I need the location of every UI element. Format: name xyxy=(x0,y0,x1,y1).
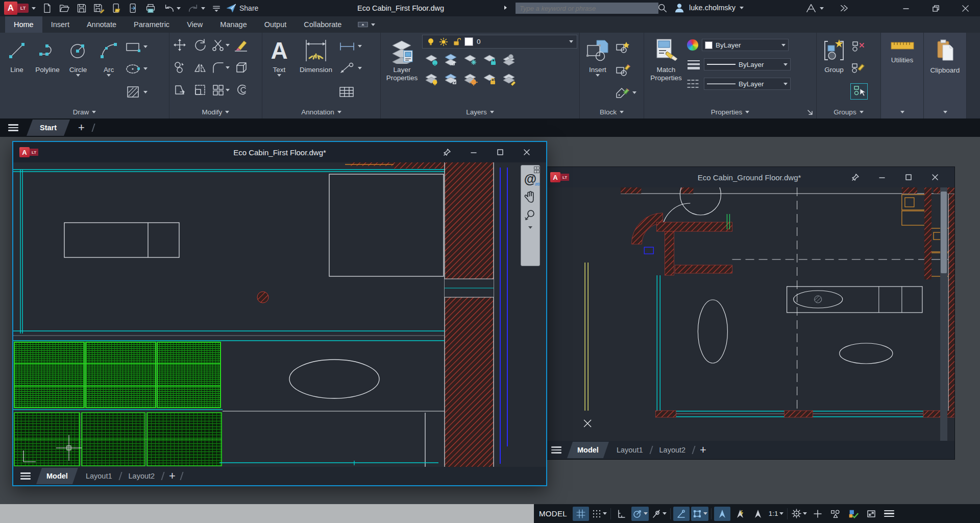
window1-tab-menu-button[interactable] xyxy=(20,472,31,480)
leader-button[interactable] xyxy=(338,62,362,75)
redo-dropdown-icon[interactable] xyxy=(201,7,205,10)
search-icon[interactable] xyxy=(657,3,668,13)
app-close-button[interactable] xyxy=(950,0,980,16)
window1-pin-button[interactable] xyxy=(434,142,460,162)
circle-dropdown-icon[interactable] xyxy=(76,74,80,77)
polyline-button[interactable]: Polyline xyxy=(33,35,62,105)
new-file-button[interactable] xyxy=(42,3,52,13)
modify-panel-label[interactable]: Modify xyxy=(169,105,262,118)
new-drawing-tab-button[interactable]: + xyxy=(78,122,85,133)
window1-canvas[interactable]: @2D xyxy=(13,162,546,467)
account-menu[interactable]: luke.cholmsky xyxy=(674,2,744,13)
mirror-button[interactable] xyxy=(193,61,207,74)
dim-linear-button[interactable] xyxy=(338,41,362,52)
tab-output[interactable]: Output xyxy=(256,16,296,33)
layer-properties-button[interactable]: Layer Properties xyxy=(383,35,421,105)
rectangle-button[interactable] xyxy=(125,41,148,53)
layers-panel-label[interactable]: Layers xyxy=(381,105,579,118)
lineweight-combo[interactable]: ByLayer xyxy=(704,58,791,70)
share-button[interactable]: Share xyxy=(226,3,258,13)
layer-previous-icon[interactable] xyxy=(463,73,478,86)
app-minimize-button[interactable] xyxy=(891,0,921,16)
workspace-switching-button[interactable] xyxy=(790,507,808,521)
file-tab-menu-button[interactable] xyxy=(8,124,18,131)
group-selection-toggle[interactable] xyxy=(850,83,868,100)
layer-lock-fade-icon[interactable] xyxy=(482,73,498,86)
snap-toggle[interactable] xyxy=(591,507,608,521)
block-panel-label[interactable]: Block xyxy=(580,105,644,118)
ellipse-dropdown-icon[interactable] xyxy=(143,67,148,70)
grid-toggle[interactable] xyxy=(573,507,589,521)
linetype-combo[interactable]: ByLayer xyxy=(704,78,791,90)
zoom-icon[interactable] xyxy=(524,209,536,221)
hatch-dropdown-icon[interactable] xyxy=(143,91,148,93)
ungroup-button[interactable] xyxy=(850,40,868,53)
copy-button[interactable] xyxy=(173,61,186,74)
hatch-button[interactable] xyxy=(125,85,148,99)
move-button[interactable] xyxy=(173,38,186,52)
groups-panel-label[interactable]: Groups xyxy=(817,105,880,118)
arc-button[interactable]: Arc xyxy=(94,35,124,105)
status-bar-menu-button[interactable] xyxy=(881,507,897,521)
save-as-button[interactable] xyxy=(93,3,105,13)
group-edit-button[interactable] xyxy=(850,62,868,74)
open-from-web-mobile-button[interactable] xyxy=(111,3,121,13)
navigation-bar[interactable]: @2D xyxy=(521,165,540,266)
properties-dialog-launcher-icon[interactable] xyxy=(807,109,813,115)
window2-maximize-button[interactable] xyxy=(895,167,922,187)
window2-pin-button[interactable] xyxy=(842,167,869,187)
ellipse-button[interactable] xyxy=(125,63,148,75)
undo-dropdown-icon[interactable] xyxy=(177,7,181,10)
layer-color-swatch[interactable] xyxy=(464,37,473,46)
tab-view[interactable]: View xyxy=(178,16,211,33)
isodraft-toggle[interactable] xyxy=(650,507,668,521)
window2-tab-layout2[interactable]: Layout2 xyxy=(657,442,688,458)
dimension-button[interactable]: Dimension xyxy=(295,35,337,105)
layer-walk-icon[interactable] xyxy=(502,53,517,66)
customization-button[interactable] xyxy=(810,507,826,521)
tab-insert[interactable]: Insert xyxy=(42,16,78,33)
layer-unlock-icon[interactable] xyxy=(452,37,461,46)
object-color-combo[interactable]: ByLayer xyxy=(702,39,789,51)
window1-new-layout-button[interactable]: + xyxy=(169,470,176,482)
undo-button[interactable] xyxy=(163,3,181,13)
window2-scrollbar-thumb[interactable] xyxy=(941,192,947,273)
ribbon-display-options-button[interactable] xyxy=(357,16,375,33)
save-button[interactable] xyxy=(77,3,87,13)
layer-make-current-icon[interactable] xyxy=(444,53,459,66)
window2-close-button[interactable] xyxy=(922,167,948,187)
circle-button[interactable]: Circle xyxy=(63,35,93,105)
window2-title-bar[interactable]: ALT Eco Cabin_Ground Floor.dwg* xyxy=(544,167,954,187)
window1-title-bar[interactable]: ALT Eco Cabin_First Floor.dwg* xyxy=(13,142,546,162)
layer-merge-icon[interactable] xyxy=(502,73,517,86)
draw-panel-label[interactable]: Draw xyxy=(0,105,169,118)
offset-button[interactable] xyxy=(234,83,248,97)
window2-tab-layout1[interactable]: Layout1 xyxy=(615,442,645,458)
start-tab[interactable]: Start xyxy=(27,120,70,136)
edit-attributes-button[interactable] xyxy=(615,86,636,100)
ortho-toggle[interactable] xyxy=(614,507,630,521)
window1-tab-layout2[interactable]: Layout2 xyxy=(127,468,157,484)
annotation-panel-label[interactable]: Annotation xyxy=(262,105,380,118)
array-button[interactable] xyxy=(211,83,230,97)
overflow-chevrons-button[interactable] xyxy=(838,4,849,13)
window-ground-floor[interactable]: ALT Eco Cabin_Ground Floor.dwg* xyxy=(544,167,955,460)
fillet-dropdown-icon[interactable] xyxy=(226,66,230,69)
leader-dropdown-icon[interactable] xyxy=(358,67,362,69)
clean-screen-button[interactable] xyxy=(863,507,879,521)
window2-tab-menu-button[interactable] xyxy=(551,446,561,454)
properties-panel-label[interactable]: Properties xyxy=(644,105,816,118)
rotate-button[interactable] xyxy=(193,38,207,52)
text-button[interactable]: A Text xyxy=(264,35,294,105)
layer-select-combo[interactable]: 0 xyxy=(422,35,577,49)
window1-tab-layout1[interactable]: Layout1 xyxy=(84,468,114,484)
window2-scrollbar[interactable] xyxy=(940,187,947,441)
tab-collaborate[interactable]: Collaborate xyxy=(295,16,350,33)
rectangle-dropdown-icon[interactable] xyxy=(143,45,148,48)
insert-button[interactable]: Insert xyxy=(582,35,614,105)
isolate-objects-button[interactable] xyxy=(827,507,844,521)
object-snap-tracking-toggle[interactable] xyxy=(673,507,690,521)
layer-match-icon[interactable] xyxy=(444,73,459,86)
layer-thaw-sun-icon[interactable] xyxy=(439,37,448,46)
window1-minimize-button[interactable] xyxy=(460,142,487,162)
